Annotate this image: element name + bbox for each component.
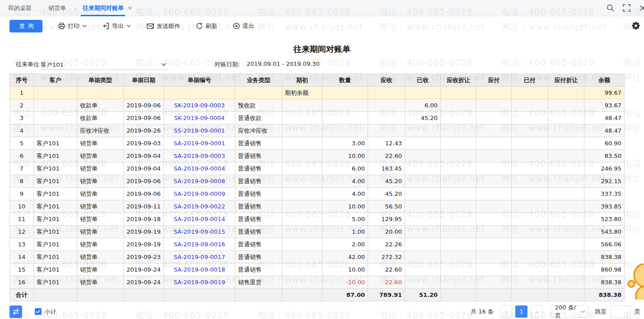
subtotal-checkbox[interactable]	[35, 308, 42, 315]
table-cell: 2019-09-04	[124, 150, 164, 162]
table-cell: 163.45	[368, 162, 405, 175]
column-header[interactable]: 序号	[10, 74, 34, 87]
query-button[interactable]: 查询	[9, 20, 42, 32]
table-cell: 45.20	[368, 175, 405, 188]
subtotal-settings-button[interactable]	[9, 305, 22, 318]
table-cell: 客户101	[34, 251, 77, 264]
settings-button[interactable]	[632, 21, 641, 32]
doc-number-link[interactable]: SA-2019-09-0019	[164, 276, 235, 289]
table-cell: 4	[10, 125, 34, 137]
column-header[interactable]: 余额	[584, 74, 625, 87]
table-cell	[512, 238, 548, 251]
table-cell: 普通收款	[235, 112, 282, 125]
column-header[interactable]: 应收	[368, 74, 405, 87]
column-header[interactable]: 业务类型	[235, 74, 282, 87]
page-size-select[interactable]: 200 条/页	[551, 305, 588, 318]
partner-select[interactable]: 客户101	[41, 59, 168, 70]
table-cell	[441, 162, 476, 175]
next-page-button[interactable]: ›	[531, 305, 543, 318]
doc-number-link[interactable]: SA-2019-09-0009	[164, 188, 235, 200]
column-header[interactable]: 单据日期	[124, 74, 164, 87]
table-cell	[512, 162, 548, 175]
table-cell: 129.95	[368, 213, 405, 226]
table-cell	[548, 200, 584, 213]
table-row: 3收款单2019-09-06SK-2019-09-0004普通收款45.2048…	[10, 112, 625, 125]
table-cell	[34, 112, 77, 125]
subtotal-label: 小计	[45, 308, 56, 316]
doc-number-link[interactable]: SK-2019-09-0004	[164, 112, 235, 125]
print-button[interactable]: 打印	[58, 22, 87, 30]
table-cell: 销货单	[77, 137, 124, 150]
subtotal-checkbox-group[interactable]: 小计	[35, 308, 56, 316]
table-cell: 93.67	[584, 99, 625, 112]
column-header[interactable]: 数量	[322, 74, 368, 87]
doc-number-link[interactable]: SA-2019-09-0018	[164, 264, 235, 276]
jump-to-page-input[interactable]	[610, 305, 631, 318]
table-cell	[34, 99, 77, 112]
current-page-button[interactable]: 1	[515, 305, 527, 318]
table-cell: 10.00	[322, 150, 368, 162]
table-cell	[476, 175, 512, 188]
refresh-icon	[196, 22, 203, 30]
prev-page-button[interactable]: ‹	[500, 305, 512, 318]
column-header[interactable]: 单据编号	[164, 74, 235, 87]
column-header[interactable]: 应付	[476, 74, 512, 87]
table-cell: 2019-09-03	[124, 137, 164, 150]
column-header[interactable]: 应付折让	[548, 74, 584, 87]
column-header[interactable]: 已付	[512, 74, 548, 87]
table-cell: 客户101	[34, 162, 77, 175]
toolbar: 查询 打印 导出 发送邮件 刷新 退出	[0, 17, 644, 35]
send-email-button[interactable]: 发送邮件	[146, 22, 180, 30]
tab-my-desktop[interactable]: 我的桌面	[0, 0, 40, 16]
table-cell: 2019-09-24	[124, 264, 164, 276]
table-cell: 246.95	[584, 162, 625, 175]
column-header[interactable]: 期初	[282, 74, 322, 87]
table-cell	[282, 112, 322, 125]
column-header[interactable]: 单据类型	[77, 74, 124, 87]
table-cell	[405, 150, 441, 162]
table-cell: 292.15	[584, 175, 625, 188]
column-header[interactable]: 客户	[34, 74, 77, 87]
table-cell: 11	[10, 213, 34, 226]
doc-number-link[interactable]: SA-2019-09-0003	[164, 150, 235, 162]
table-cell	[512, 188, 548, 200]
table-cell: 45.20	[405, 112, 441, 125]
doc-number-link[interactable]: SK-2019-09-0003	[164, 99, 235, 112]
doc-number-link[interactable]: SS-2019-09-0001	[164, 125, 235, 137]
table-cell	[512, 175, 548, 188]
refresh-button[interactable]: 刷新	[196, 22, 217, 30]
column-header[interactable]: 已收	[405, 74, 441, 87]
doc-number-link[interactable]: SA-2019-09-0014	[164, 213, 235, 226]
table-cell: 2019-09-23	[124, 251, 164, 264]
doc-number-link[interactable]: SA-2019-09-0017	[164, 251, 235, 264]
check-icon	[36, 310, 41, 314]
tab-close-icon[interactable]: ×	[127, 5, 132, 11]
table-cell	[441, 112, 476, 125]
export-button[interactable]: 导出	[102, 22, 131, 30]
close-icon[interactable]	[638, 3, 644, 13]
table-cell: 客户101	[34, 150, 77, 162]
search-icon[interactable]	[605, 3, 615, 13]
table-cell	[476, 188, 512, 200]
table-cell	[512, 213, 548, 226]
watermark-text: 电话：400-665-0028	[623, 208, 644, 220]
table-cell	[405, 200, 441, 213]
table-cell	[282, 188, 322, 200]
doc-number-link[interactable]: SA-2019-09-0001	[164, 137, 235, 150]
doc-number-link[interactable]: SA-2019-09-0022	[164, 200, 235, 213]
watermark-text: 网址：www.chanjet.net	[623, 223, 644, 235]
table-cell	[441, 87, 476, 99]
tab-reconciliation-active[interactable]: 往来期间对账单 ×	[75, 0, 140, 16]
exit-button[interactable]: 退出	[233, 22, 254, 30]
doc-number-link[interactable]: SA-2019-09-0015	[164, 226, 235, 238]
doc-number-link[interactable]: SA-2019-09-0016	[164, 238, 235, 251]
jump-to-label: 跳至	[595, 308, 607, 316]
table-cell	[548, 238, 584, 251]
fullscreen-icon[interactable]	[621, 3, 631, 13]
doc-number-link[interactable]: SA-2019-09-0004	[164, 162, 235, 175]
column-header[interactable]: 应收折让	[441, 74, 476, 87]
tab-sales-order[interactable]: 销货单	[40, 0, 74, 16]
table-cell	[476, 238, 512, 251]
doc-number-link[interactable]: SA-2019-09-0008	[164, 175, 235, 188]
table-cell: 普通销售	[235, 213, 282, 226]
